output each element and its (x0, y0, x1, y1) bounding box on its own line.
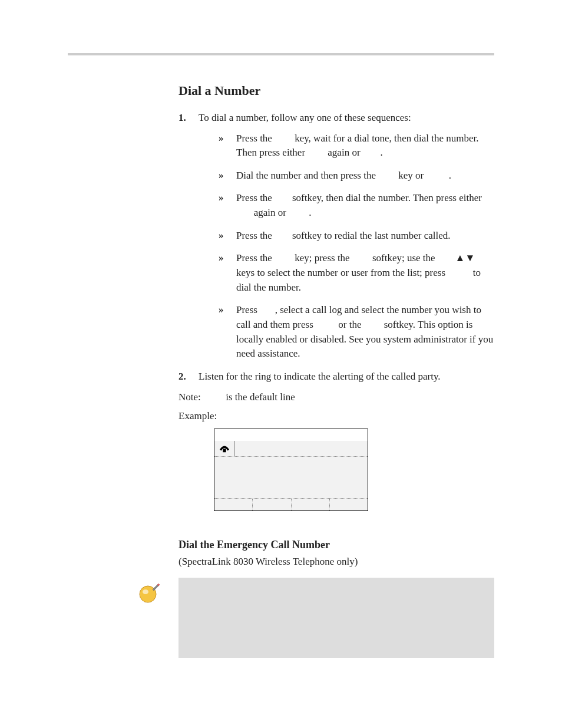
handset-icon (214, 441, 235, 456)
seq-text: Press the key; press the softkey; use th… (236, 252, 481, 292)
key-placeholder (316, 318, 336, 332)
seq-text: Press the softkey, then dial the number.… (236, 192, 482, 218)
sequence-item: » Press the key; press the softkey; use … (219, 251, 494, 295)
softkey-4 (330, 499, 368, 510)
key-placeholder (378, 169, 396, 183)
chevron-icon: » (219, 303, 224, 318)
phone-body-area (214, 457, 368, 498)
seq-text: Press the softkey to redial the last num… (236, 230, 451, 241)
key-placeholder (448, 266, 470, 281)
key-placeholder (289, 206, 309, 220)
key-placeholder (275, 131, 292, 146)
seq-text: Press , select a call log and select the… (236, 304, 493, 359)
horizontal-rule (68, 53, 494, 55)
step-2-text: Listen for the ring to indicate the aler… (199, 371, 441, 382)
key-placeholder (275, 191, 290, 206)
note-icon (137, 581, 161, 605)
key-placeholder (236, 206, 252, 220)
sequence-list: » Press the key, wait for a dial tone, t… (199, 131, 494, 361)
key-placeholder (275, 229, 290, 243)
key-placeholder (203, 390, 223, 405)
chevron-icon: » (219, 229, 224, 243)
svg-point-2 (143, 589, 148, 594)
sequence-item: » Dial the number and then press the key… (219, 169, 494, 183)
key-placeholder (260, 303, 275, 318)
steps-list: 1. To dial a number, follow any one of t… (178, 111, 494, 384)
key-placeholder (438, 251, 455, 266)
section-heading: Dial a Number (178, 81, 494, 100)
sequence-item: » Press , select a call log and select t… (219, 303, 494, 361)
phone-title-row (214, 441, 368, 457)
chevron-icon: » (219, 191, 224, 206)
handset-icon-svg (218, 443, 231, 454)
key-placeholder (275, 251, 292, 266)
phone-display-mock (214, 429, 367, 511)
softkey-2 (253, 499, 291, 510)
key-placeholder (363, 146, 381, 160)
key-placeholder (364, 318, 382, 332)
phone-screen (214, 429, 368, 511)
seq-text: Dial the number and then press the key o… (236, 170, 451, 181)
seq-text: Press the key, wait for a dial tone, the… (236, 133, 479, 159)
phone-line-label (235, 441, 368, 456)
content-column: Dial a Number 1. To dial a number, follo… (178, 81, 494, 658)
softkey-3 (292, 499, 330, 510)
phone-softkey-row (214, 498, 368, 510)
key-placeholder (426, 169, 448, 183)
key-placeholder (352, 251, 370, 266)
arrow-keys-icon: ▲▼ (455, 252, 475, 263)
step-number: 2. (178, 370, 186, 384)
note-box-content (178, 578, 494, 658)
step-1-text: To dial a number, follow any one of thes… (199, 112, 411, 123)
chevron-icon: » (219, 131, 224, 146)
key-placeholder (308, 146, 325, 160)
section-subtitle: (SpectraLink 8030 Wireless Telephone onl… (178, 555, 494, 569)
step-number: 1. (178, 111, 186, 126)
example-label: Example: (178, 409, 494, 424)
page: Dial a Number 1. To dial a number, follo… (0, 0, 562, 681)
section-heading-2: Dial the Emergency Call Number (178, 537, 494, 552)
note-block (178, 578, 494, 658)
sequence-item: » Press the softkey, then dial the numbe… (219, 191, 494, 220)
step-1: 1. To dial a number, follow any one of t… (178, 111, 494, 361)
note-line: Note: is the default line (178, 390, 494, 405)
svg-rect-0 (223, 449, 226, 452)
softkey-1 (214, 499, 253, 510)
chevron-icon: » (219, 251, 224, 266)
phone-status-bar (214, 429, 368, 441)
step-2: 2. Listen for the ring to indicate the a… (178, 370, 494, 384)
sequence-item: » Press the softkey to redial the last n… (219, 229, 494, 243)
chevron-icon: » (219, 169, 224, 183)
sequence-item: » Press the key, wait for a dial tone, t… (219, 131, 494, 160)
